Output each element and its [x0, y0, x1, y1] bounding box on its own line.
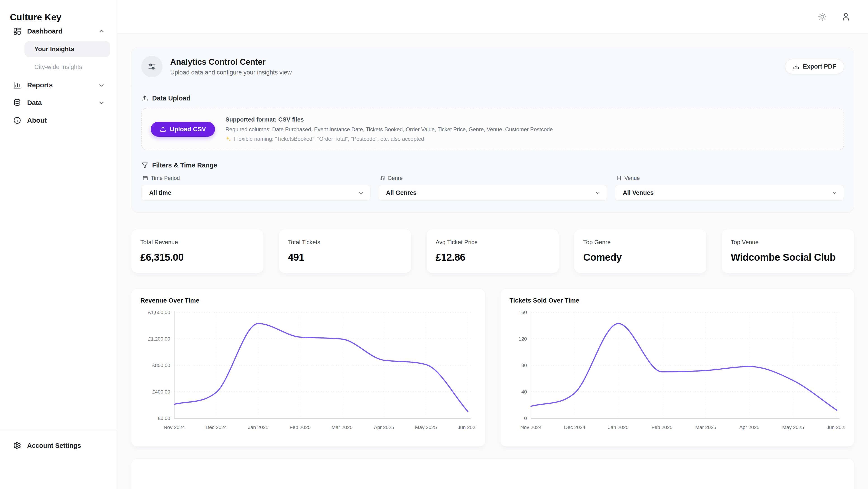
sidebar-nav: Dashboard Your Insights City-wide Insigh…	[0, 22, 117, 129]
x-axis-tick-label: Nov 2024	[520, 425, 541, 430]
time-period-select[interactable]: All time	[141, 185, 370, 201]
music-icon	[379, 175, 385, 181]
sidebar-item-label: About	[27, 117, 47, 124]
gear-icon	[13, 441, 21, 450]
database-icon	[13, 99, 21, 107]
kpi-row: Total Revenue £6,315.00 Total Tickets 49…	[131, 229, 854, 273]
kpi-card-total-tickets: Total Tickets 491	[279, 229, 411, 273]
analytics-control-center-card: Analytics Control Center Upload data and…	[131, 47, 854, 213]
account-settings-label: Account Settings	[27, 442, 81, 450]
control-center-body: Data Upload Upload CSV Supported format:…	[131, 86, 854, 212]
x-axis-tick-label: Jan 2025	[608, 425, 629, 430]
kpi-value: Comedy	[583, 252, 698, 263]
user-icon	[841, 12, 850, 21]
charts-row: Revenue Over Time Nov 2024Dec 2024Jan 20…	[131, 289, 854, 447]
x-axis-tick-label: Dec 2024	[206, 425, 227, 430]
export-pdf-button[interactable]: Export PDF	[785, 59, 844, 74]
topbar	[117, 0, 868, 33]
sidebar-item-about[interactable]: About	[0, 112, 117, 129]
control-center-titles: Analytics Control Center Upload data and…	[170, 57, 291, 76]
sidebar-item-dashboard[interactable]: Dashboard	[0, 22, 117, 40]
kpi-card-top-genre: Top Genre Comedy	[574, 229, 707, 273]
series-line	[531, 324, 837, 410]
chevron-down-icon[interactable]	[98, 99, 105, 106]
revenue-over-time-chart-card: Revenue Over Time Nov 2024Dec 2024Jan 20…	[131, 289, 485, 447]
sun-icon	[818, 12, 827, 21]
y-axis-tick-label: £400.00	[152, 389, 170, 395]
next-section-card	[131, 458, 854, 489]
kpi-label: Top Genre	[583, 239, 698, 246]
tickets-sold-over-time-chart-card: Tickets Sold Over Time Nov 2024Dec 2024J…	[500, 289, 854, 447]
x-axis-tick-label: Mar 2025	[695, 425, 716, 430]
kpi-label: Total Revenue	[141, 239, 254, 246]
calendar-icon	[143, 175, 148, 181]
section-label-text: Filters & Time Range	[152, 162, 217, 169]
theme-toggle-button[interactable]	[818, 12, 827, 21]
filters-section-label: Filters & Time Range	[141, 162, 844, 169]
csv-dropzone[interactable]: Upload CSV Supported format: CSV files R…	[141, 108, 844, 150]
y-axis-tick-label: 40	[522, 389, 527, 395]
upload-csv-label: Upload CSV	[170, 125, 206, 133]
x-axis-tick-label: Feb 2025	[289, 425, 311, 430]
account-settings-button[interactable]: Account Settings	[0, 437, 117, 454]
kpi-card-avg-ticket-price: Avg Ticket Price £12.86	[426, 229, 559, 273]
kpi-card-total-revenue: Total Revenue £6,315.00	[131, 229, 264, 273]
building-icon	[616, 175, 622, 181]
tickets-line-chart: Nov 2024Dec 2024Jan 2025Feb 2025Mar 2025…	[509, 306, 845, 437]
main-area: Analytics Control Center Upload data and…	[117, 0, 868, 489]
subitem-label: City-wide Insights	[34, 64, 82, 70]
genre-select[interactable]: All Genres	[378, 185, 608, 201]
content: Analytics Control Center Upload data and…	[117, 33, 868, 489]
revenue-line-chart: Nov 2024Dec 2024Jan 2025Feb 2025Mar 2025…	[141, 306, 476, 437]
time-period-label: Time Period	[143, 175, 370, 181]
sidebar-subitem-your-insights[interactable]: Your Insights	[24, 41, 110, 57]
sidebar-item-reports[interactable]: Reports	[0, 76, 117, 94]
y-axis-tick-label: £1,200.00	[148, 336, 170, 342]
y-axis-tick-label: 120	[519, 336, 527, 342]
sliders-icon	[141, 56, 162, 77]
dashboard-grid-icon	[13, 27, 21, 35]
export-pdf-label: Export PDF	[803, 63, 836, 70]
y-axis-tick-label: 160	[519, 310, 527, 315]
sidebar-item-data[interactable]: Data	[0, 94, 117, 112]
kpi-label: Avg Ticket Price	[436, 239, 550, 246]
y-axis-tick-label: 80	[522, 363, 527, 368]
app-root: Culture Key Dashboard Your Insights City…	[0, 0, 868, 489]
chart-title: Tickets Sold Over Time	[509, 297, 845, 304]
flexible-naming-text: Flexible naming: "TicketsBooked", "Order…	[234, 136, 424, 142]
x-axis-tick-label: Jun 2025	[827, 425, 845, 430]
selected-value: All time	[149, 190, 171, 196]
y-axis-tick-label: £0.00	[158, 415, 170, 421]
upload-csv-button[interactable]: Upload CSV	[151, 122, 215, 137]
chart-svg: Nov 2024Dec 2024Jan 2025Feb 2025Mar 2025…	[509, 306, 845, 437]
y-axis-tick-label: £1,600.00	[148, 310, 170, 315]
kpi-label: Top Venue	[731, 239, 845, 246]
chevron-down-icon	[358, 190, 364, 196]
upload-icon	[160, 126, 166, 133]
x-axis-tick-label: May 2025	[782, 425, 804, 430]
sidebar-subitem-city-wide-insights[interactable]: City-wide Insights	[0, 60, 117, 74]
control-center-header: Analytics Control Center Upload data and…	[131, 47, 854, 86]
genre-label: Genre	[379, 175, 608, 181]
x-axis-tick-label: Dec 2024	[564, 425, 585, 430]
x-axis-tick-label: Apr 2025	[374, 425, 394, 430]
y-axis-tick-label: £800.00	[152, 363, 170, 368]
upload-icon	[141, 95, 148, 102]
user-profile-button[interactable]	[841, 12, 850, 21]
chevron-up-icon[interactable]	[98, 28, 105, 35]
chevron-down-icon	[595, 190, 600, 196]
selected-value: All Venues	[623, 190, 654, 196]
chevron-down-icon[interactable]	[98, 82, 105, 88]
x-axis-tick-label: May 2025	[415, 425, 437, 430]
app-logo: Culture Key	[0, 0, 117, 22]
chart-svg: Nov 2024Dec 2024Jan 2025Feb 2025Mar 2025…	[141, 306, 476, 437]
chart-title: Revenue Over Time	[141, 297, 476, 304]
filter-field-time-period: Time Period All time	[141, 175, 370, 201]
venue-select[interactable]: All Venues	[615, 185, 844, 201]
kpi-label: Total Tickets	[288, 239, 402, 246]
x-axis-tick-label: Jun 2025	[458, 425, 476, 430]
x-axis-tick-label: Mar 2025	[332, 425, 352, 430]
series-line	[174, 324, 468, 412]
bar-chart-icon	[13, 81, 21, 89]
upload-info: Supported format: CSV files Required col…	[225, 116, 553, 142]
